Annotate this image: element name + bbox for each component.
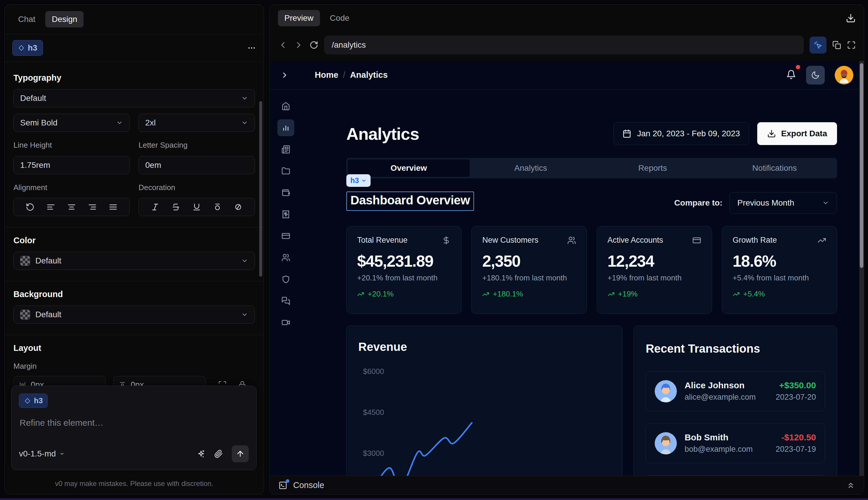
breadcrumb-home[interactable]: Home [315, 70, 338, 80]
reset-alignment-icon[interactable] [26, 203, 34, 212]
chat-element-tag: h3 [34, 396, 43, 405]
chevron-down-icon [822, 200, 829, 206]
compare-select[interactable]: Previous Month [729, 192, 837, 214]
notification-dot [796, 65, 800, 69]
calendar-icon [623, 129, 631, 138]
chat-input[interactable]: Refine this element… [20, 418, 248, 428]
chevron-down-icon [116, 119, 123, 126]
send-button[interactable] [232, 445, 249, 462]
theme-toggle-button[interactable] [806, 66, 825, 84]
italic-icon[interactable] [151, 203, 160, 212]
notifications-bell-button[interactable] [786, 70, 796, 81]
diamond-icon [24, 397, 31, 405]
breadcrumb-current: Analytics [350, 70, 388, 80]
forward-icon[interactable] [294, 40, 304, 50]
export-data-button[interactable]: Export Data [757, 122, 837, 145]
avatar[interactable] [835, 66, 853, 84]
tab-notifications[interactable]: Notifications [714, 159, 835, 177]
avatar [655, 432, 677, 454]
sparkles-icon[interactable] [197, 450, 206, 458]
paperclip-icon[interactable] [214, 450, 223, 458]
revenue-line-chart: $6000 $4500 $3000 [358, 355, 611, 476]
font-select[interactable]: Default [13, 89, 255, 107]
rail-analytics-icon[interactable] [277, 119, 294, 136]
align-center-icon[interactable] [67, 203, 76, 212]
transactions-title: Recent Transactions [646, 342, 825, 355]
ellipsis-menu-icon[interactable] [247, 44, 256, 52]
diamond-icon [18, 44, 25, 52]
rail-wallet-icon[interactable] [277, 184, 294, 201]
selection-outline[interactable]: Dashboard Overview [346, 192, 474, 211]
selected-element-badge[interactable]: h3 [12, 40, 43, 56]
fullscreen-icon[interactable] [847, 41, 856, 49]
letter-spacing-input[interactable]: 0em [139, 156, 255, 174]
date-range-value: Jan 20, 2023 - Feb 09, 2023 [637, 129, 740, 138]
preview-scrollbar-thumb[interactable] [860, 63, 863, 268]
transaction-row[interactable]: Alice Johnson alice@example.com +$350.00… [646, 371, 825, 411]
color-select[interactable]: Default [13, 252, 255, 270]
tab-code[interactable]: Code [324, 10, 355, 26]
preview-scrollbar-track[interactable] [859, 61, 864, 476]
line-height-input[interactable]: 1.75rem [13, 156, 130, 174]
no-decoration-icon[interactable] [234, 203, 243, 212]
stat-card-active-accounts: Active Accounts 12,234 +19% from last mo… [597, 226, 712, 314]
dashboard-body: Analytics Jan 20, 2023 - Feb 09, 2023 Ex… [270, 90, 864, 476]
strikethrough-icon[interactable] [172, 203, 180, 212]
transaction-row[interactable]: Bob Smith bob@example.com -$120.50 2023-… [646, 423, 825, 463]
back-icon[interactable] [278, 40, 288, 50]
transaction-amount: +$350.00 [776, 380, 816, 390]
font-weight-select[interactable]: Semi Bold [13, 114, 130, 132]
trending-up-icon [357, 291, 364, 298]
overline-icon[interactable] [213, 203, 222, 212]
trending-up-icon [818, 236, 826, 245]
stat-delta: +180.1% [493, 289, 523, 298]
console-expand-icon[interactable] [846, 481, 855, 490]
align-left-icon[interactable] [46, 203, 55, 212]
chat-element-badge[interactable]: h3 [19, 394, 48, 408]
model-name: v0-1.5-md [19, 449, 56, 458]
rail-credit-card-icon[interactable] [277, 227, 294, 245]
dashboard-header: Home / Analytics [270, 61, 864, 90]
compare-label: Compare to: [674, 198, 722, 208]
stat-title: Total Revenue [357, 236, 408, 245]
font-size-select[interactable]: 2xl [139, 114, 255, 132]
underline-icon[interactable] [192, 203, 201, 212]
stat-title: Active Accounts [607, 236, 663, 245]
background-select[interactable]: Default [13, 306, 255, 324]
rail-receipt-icon[interactable] [277, 206, 294, 223]
select-element-pointer-icon[interactable] [810, 36, 826, 54]
rail-news-icon[interactable] [277, 141, 294, 158]
design-panel-scrollbar[interactable] [259, 101, 262, 276]
tab-analytics[interactable]: Analytics [470, 159, 591, 177]
users-icon [567, 236, 576, 245]
selected-tag-badge[interactable]: h3 [346, 174, 371, 187]
stat-sub: +5.4% from last month [733, 273, 826, 283]
alignment-toolbar [13, 198, 130, 216]
tab-chat[interactable]: Chat [12, 11, 41, 27]
rail-home-icon[interactable] [277, 98, 294, 115]
console-bar[interactable]: Console [270, 476, 864, 495]
align-justify-icon[interactable] [109, 203, 117, 212]
background-swatch [20, 310, 30, 320]
sidebar-expand-icon[interactable] [280, 71, 289, 80]
stat-value: 2,350 [482, 252, 576, 271]
rail-shield-icon[interactable] [277, 271, 294, 288]
tab-preview[interactable]: Preview [278, 10, 320, 26]
refresh-icon[interactable] [310, 41, 318, 49]
letter-spacing-label: Letter Spacing [139, 141, 255, 150]
date-range-button[interactable]: Jan 20, 2023 - Feb 09, 2023 [613, 122, 749, 145]
model-select[interactable]: v0-1.5-md [19, 449, 65, 458]
rail-video-icon[interactable] [277, 314, 294, 331]
stat-card-new-customers: New Customers 2,350 +180.1% from last mo… [471, 226, 587, 314]
rail-folder-icon[interactable] [277, 162, 294, 180]
url-input[interactable]: /analytics [324, 36, 804, 54]
rail-messages-icon[interactable] [277, 292, 294, 309]
tab-design[interactable]: Design [45, 11, 84, 27]
copy-icon[interactable] [832, 41, 841, 49]
align-right-icon[interactable] [88, 203, 97, 212]
stat-value: 12,234 [607, 252, 701, 271]
tab-reports[interactable]: Reports [592, 159, 714, 177]
download-icon[interactable] [846, 13, 856, 23]
transaction-date: 2023-07-20 [776, 393, 816, 402]
rail-users-icon[interactable] [277, 249, 294, 266]
